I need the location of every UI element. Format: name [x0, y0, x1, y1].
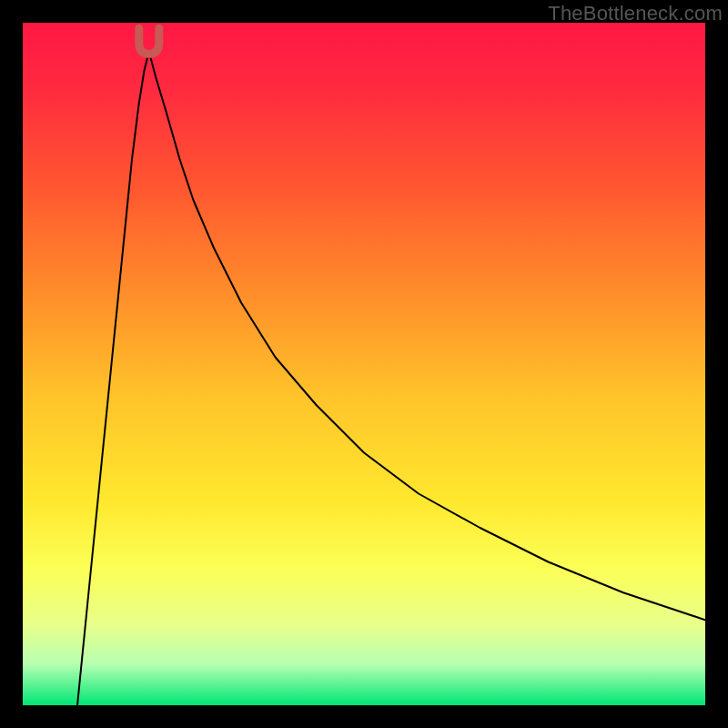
plot-area: [23, 23, 705, 705]
gradient-background: [23, 23, 705, 705]
chart-canvas: [23, 23, 705, 705]
outer-frame: TheBottleneck.com: [0, 0, 728, 728]
